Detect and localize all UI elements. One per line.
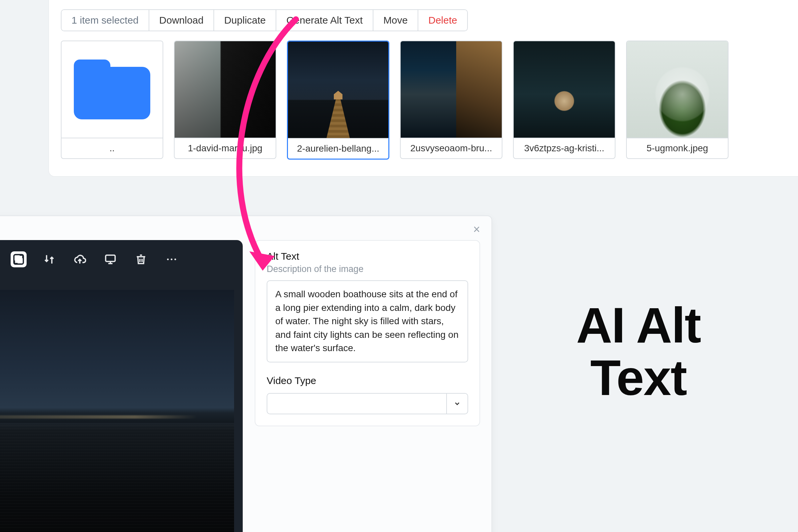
image-preview <box>288 41 388 138</box>
swap-icon[interactable] <box>41 251 57 267</box>
editor-header: -bellanger.jpg › × <box>0 216 491 240</box>
alt-text-input[interactable]: A small wooden boathouse sits at the end… <box>267 280 468 362</box>
svg-rect-1 <box>106 255 115 261</box>
video-type-label: Video Type <box>267 375 468 386</box>
preview-image <box>0 290 234 532</box>
image-preview <box>627 41 728 138</box>
chevron-down-icon[interactable] <box>446 394 468 414</box>
more-icon[interactable] <box>164 251 179 267</box>
svg-rect-0 <box>14 255 24 264</box>
headline-line: Text <box>522 352 755 404</box>
generate-alt-text-button[interactable]: Generate Alt Text <box>276 10 374 31</box>
svg-point-3 <box>171 258 172 260</box>
selection-status: 1 item selected <box>61 10 149 31</box>
svg-point-4 <box>174 258 176 260</box>
focal-point-icon[interactable] <box>11 251 26 267</box>
cloud-upload-icon[interactable] <box>72 251 88 267</box>
thumb-image[interactable]: 1-david-marcu.jpg <box>174 41 276 159</box>
image-preview <box>401 41 502 138</box>
headline-line: AI Alt <box>522 299 755 352</box>
thumb-caption: 3v6ztpzs-ag-kristi... <box>514 138 615 158</box>
thumb-image[interactable]: 3v6ztpzs-ag-kristi... <box>513 41 615 159</box>
duplicate-button[interactable]: Duplicate <box>214 10 276 31</box>
asset-editor: -bellanger.jpg › × <box>0 215 492 532</box>
thumb-caption: .. <box>61 138 163 158</box>
image-preview <box>514 41 615 138</box>
file-browser: 1 item selected Download Duplicate Gener… <box>49 0 798 176</box>
svg-point-2 <box>167 258 169 260</box>
selection-toolbar: 1 item selected Download Duplicate Gener… <box>61 9 468 31</box>
alt-text-label: Alt Text <box>267 251 468 262</box>
trash-icon[interactable] <box>133 251 149 267</box>
thumb-image[interactable]: 2usvyseoaom-bru... <box>400 41 502 159</box>
download-button[interactable]: Download <box>149 10 214 31</box>
folder-icon <box>74 59 150 119</box>
fields-panel: Alt Text Description of the image A smal… <box>255 240 480 426</box>
thumb-image-selected[interactable]: 2-aurelien-bellang... <box>287 41 390 159</box>
thumb-caption: 2-aurelien-bellang... <box>288 138 388 158</box>
thumb-parent-folder[interactable]: .. <box>61 41 163 159</box>
move-button[interactable]: Move <box>374 10 418 31</box>
thumb-caption: 2usvyseoaom-bru... <box>401 138 502 158</box>
video-type-select[interactable] <box>267 393 468 414</box>
video-type-value <box>267 394 446 414</box>
image-preview <box>174 41 276 138</box>
thumb-caption: 1-david-marcu.jpg <box>174 138 276 158</box>
image-preview-panel <box>0 240 243 532</box>
thumb-image[interactable]: 5-ugmonk.jpeg <box>626 41 728 159</box>
thumbnail-row: .. 1-david-marcu.jpg 2-aurelien-bellang.… <box>61 41 798 159</box>
close-button[interactable]: × <box>473 224 480 235</box>
delete-button[interactable]: Delete <box>418 10 467 31</box>
marketing-headline: AI Alt Text <box>522 299 755 404</box>
present-icon[interactable] <box>102 251 118 267</box>
alt-text-sublabel: Description of the image <box>267 264 468 274</box>
preview-toolbar <box>11 251 234 267</box>
thumb-caption: 5-ugmonk.jpeg <box>627 138 728 158</box>
